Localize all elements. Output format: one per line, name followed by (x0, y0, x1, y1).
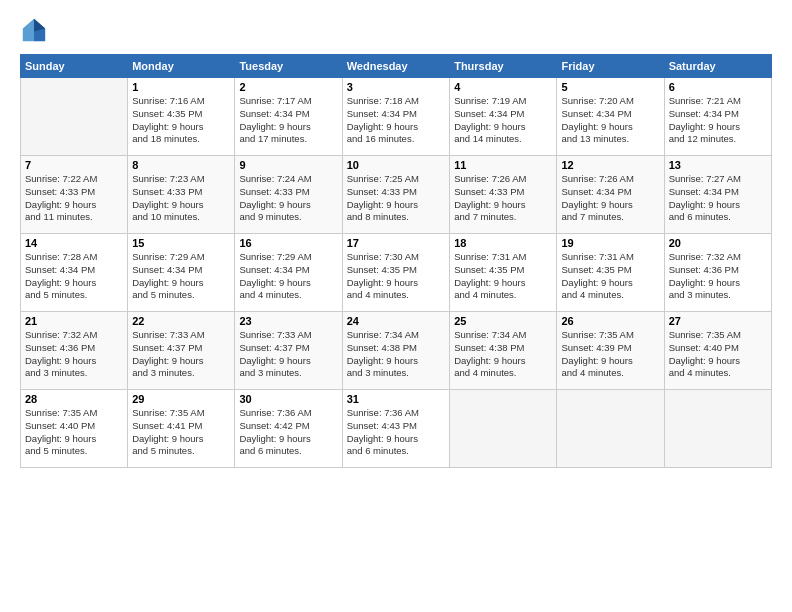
day-number: 19 (561, 237, 659, 249)
calendar-cell: 11Sunrise: 7:26 AM Sunset: 4:33 PM Dayli… (450, 156, 557, 234)
calendar-cell: 2Sunrise: 7:17 AM Sunset: 4:34 PM Daylig… (235, 78, 342, 156)
day-info: Sunrise: 7:35 AM Sunset: 4:40 PM Dayligh… (25, 407, 123, 458)
calendar-cell (664, 390, 771, 468)
calendar-cell: 27Sunrise: 7:35 AM Sunset: 4:40 PM Dayli… (664, 312, 771, 390)
day-info: Sunrise: 7:35 AM Sunset: 4:39 PM Dayligh… (561, 329, 659, 380)
calendar-cell (21, 78, 128, 156)
day-info: Sunrise: 7:26 AM Sunset: 4:34 PM Dayligh… (561, 173, 659, 224)
day-number: 5 (561, 81, 659, 93)
day-info: Sunrise: 7:24 AM Sunset: 4:33 PM Dayligh… (239, 173, 337, 224)
day-number: 27 (669, 315, 767, 327)
day-number: 16 (239, 237, 337, 249)
day-info: Sunrise: 7:30 AM Sunset: 4:35 PM Dayligh… (347, 251, 445, 302)
day-number: 1 (132, 81, 230, 93)
day-number: 22 (132, 315, 230, 327)
week-row-1: 7Sunrise: 7:22 AM Sunset: 4:33 PM Daylig… (21, 156, 772, 234)
day-info: Sunrise: 7:32 AM Sunset: 4:36 PM Dayligh… (669, 251, 767, 302)
calendar-cell: 22Sunrise: 7:33 AM Sunset: 4:37 PM Dayli… (128, 312, 235, 390)
day-number: 14 (25, 237, 123, 249)
day-info: Sunrise: 7:26 AM Sunset: 4:33 PM Dayligh… (454, 173, 552, 224)
day-info: Sunrise: 7:36 AM Sunset: 4:42 PM Dayligh… (239, 407, 337, 458)
day-number: 28 (25, 393, 123, 405)
calendar-cell: 14Sunrise: 7:28 AM Sunset: 4:34 PM Dayli… (21, 234, 128, 312)
day-number: 18 (454, 237, 552, 249)
day-info: Sunrise: 7:32 AM Sunset: 4:36 PM Dayligh… (25, 329, 123, 380)
day-info: Sunrise: 7:33 AM Sunset: 4:37 PM Dayligh… (239, 329, 337, 380)
day-info: Sunrise: 7:20 AM Sunset: 4:34 PM Dayligh… (561, 95, 659, 146)
page-header (20, 16, 772, 44)
weekday-header-friday: Friday (557, 55, 664, 78)
calendar-cell: 18Sunrise: 7:31 AM Sunset: 4:35 PM Dayli… (450, 234, 557, 312)
day-info: Sunrise: 7:29 AM Sunset: 4:34 PM Dayligh… (132, 251, 230, 302)
day-info: Sunrise: 7:28 AM Sunset: 4:34 PM Dayligh… (25, 251, 123, 302)
day-number: 25 (454, 315, 552, 327)
day-info: Sunrise: 7:17 AM Sunset: 4:34 PM Dayligh… (239, 95, 337, 146)
calendar-cell: 21Sunrise: 7:32 AM Sunset: 4:36 PM Dayli… (21, 312, 128, 390)
calendar-cell: 25Sunrise: 7:34 AM Sunset: 4:38 PM Dayli… (450, 312, 557, 390)
calendar-cell: 7Sunrise: 7:22 AM Sunset: 4:33 PM Daylig… (21, 156, 128, 234)
calendar-cell: 12Sunrise: 7:26 AM Sunset: 4:34 PM Dayli… (557, 156, 664, 234)
day-info: Sunrise: 7:21 AM Sunset: 4:34 PM Dayligh… (669, 95, 767, 146)
calendar-cell: 6Sunrise: 7:21 AM Sunset: 4:34 PM Daylig… (664, 78, 771, 156)
day-number: 15 (132, 237, 230, 249)
logo-icon (20, 16, 48, 44)
calendar-cell: 3Sunrise: 7:18 AM Sunset: 4:34 PM Daylig… (342, 78, 449, 156)
weekday-header-saturday: Saturday (664, 55, 771, 78)
day-info: Sunrise: 7:18 AM Sunset: 4:34 PM Dayligh… (347, 95, 445, 146)
calendar-table: SundayMondayTuesdayWednesdayThursdayFrid… (20, 54, 772, 468)
calendar-cell: 13Sunrise: 7:27 AM Sunset: 4:34 PM Dayli… (664, 156, 771, 234)
weekday-header-tuesday: Tuesday (235, 55, 342, 78)
weekday-header-row: SundayMondayTuesdayWednesdayThursdayFrid… (21, 55, 772, 78)
day-number: 9 (239, 159, 337, 171)
day-number: 29 (132, 393, 230, 405)
calendar-cell: 28Sunrise: 7:35 AM Sunset: 4:40 PM Dayli… (21, 390, 128, 468)
calendar-cell: 23Sunrise: 7:33 AM Sunset: 4:37 PM Dayli… (235, 312, 342, 390)
day-number: 10 (347, 159, 445, 171)
calendar-cell: 9Sunrise: 7:24 AM Sunset: 4:33 PM Daylig… (235, 156, 342, 234)
svg-marker-1 (23, 19, 34, 41)
week-row-0: 1Sunrise: 7:16 AM Sunset: 4:35 PM Daylig… (21, 78, 772, 156)
day-number: 24 (347, 315, 445, 327)
day-number: 30 (239, 393, 337, 405)
day-number: 17 (347, 237, 445, 249)
day-info: Sunrise: 7:34 AM Sunset: 4:38 PM Dayligh… (454, 329, 552, 380)
calendar-cell: 24Sunrise: 7:34 AM Sunset: 4:38 PM Dayli… (342, 312, 449, 390)
weekday-header-monday: Monday (128, 55, 235, 78)
calendar-cell (557, 390, 664, 468)
day-number: 26 (561, 315, 659, 327)
day-info: Sunrise: 7:29 AM Sunset: 4:34 PM Dayligh… (239, 251, 337, 302)
logo (20, 16, 50, 44)
day-info: Sunrise: 7:25 AM Sunset: 4:33 PM Dayligh… (347, 173, 445, 224)
calendar-cell: 5Sunrise: 7:20 AM Sunset: 4:34 PM Daylig… (557, 78, 664, 156)
day-number: 3 (347, 81, 445, 93)
day-number: 7 (25, 159, 123, 171)
week-row-4: 28Sunrise: 7:35 AM Sunset: 4:40 PM Dayli… (21, 390, 772, 468)
weekday-header-sunday: Sunday (21, 55, 128, 78)
weekday-header-thursday: Thursday (450, 55, 557, 78)
calendar-cell: 1Sunrise: 7:16 AM Sunset: 4:35 PM Daylig… (128, 78, 235, 156)
calendar-cell: 26Sunrise: 7:35 AM Sunset: 4:39 PM Dayli… (557, 312, 664, 390)
day-number: 12 (561, 159, 659, 171)
calendar-cell: 4Sunrise: 7:19 AM Sunset: 4:34 PM Daylig… (450, 78, 557, 156)
calendar-cell: 19Sunrise: 7:31 AM Sunset: 4:35 PM Dayli… (557, 234, 664, 312)
calendar-cell: 8Sunrise: 7:23 AM Sunset: 4:33 PM Daylig… (128, 156, 235, 234)
day-info: Sunrise: 7:27 AM Sunset: 4:34 PM Dayligh… (669, 173, 767, 224)
day-number: 21 (25, 315, 123, 327)
day-number: 2 (239, 81, 337, 93)
day-number: 4 (454, 81, 552, 93)
week-row-3: 21Sunrise: 7:32 AM Sunset: 4:36 PM Dayli… (21, 312, 772, 390)
page-container: SundayMondayTuesdayWednesdayThursdayFrid… (0, 0, 792, 478)
day-info: Sunrise: 7:22 AM Sunset: 4:33 PM Dayligh… (25, 173, 123, 224)
calendar-cell: 30Sunrise: 7:36 AM Sunset: 4:42 PM Dayli… (235, 390, 342, 468)
day-info: Sunrise: 7:19 AM Sunset: 4:34 PM Dayligh… (454, 95, 552, 146)
day-info: Sunrise: 7:34 AM Sunset: 4:38 PM Dayligh… (347, 329, 445, 380)
day-info: Sunrise: 7:35 AM Sunset: 4:40 PM Dayligh… (669, 329, 767, 380)
week-row-2: 14Sunrise: 7:28 AM Sunset: 4:34 PM Dayli… (21, 234, 772, 312)
calendar-cell (450, 390, 557, 468)
day-info: Sunrise: 7:16 AM Sunset: 4:35 PM Dayligh… (132, 95, 230, 146)
day-number: 31 (347, 393, 445, 405)
day-info: Sunrise: 7:33 AM Sunset: 4:37 PM Dayligh… (132, 329, 230, 380)
day-info: Sunrise: 7:31 AM Sunset: 4:35 PM Dayligh… (561, 251, 659, 302)
day-info: Sunrise: 7:23 AM Sunset: 4:33 PM Dayligh… (132, 173, 230, 224)
calendar-cell: 17Sunrise: 7:30 AM Sunset: 4:35 PM Dayli… (342, 234, 449, 312)
